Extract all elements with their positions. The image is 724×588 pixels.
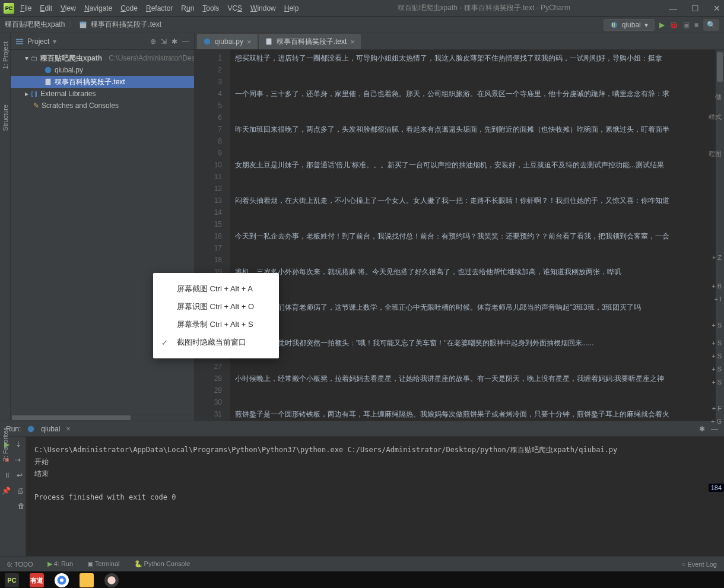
- menu-view[interactable]: View: [61, 4, 76, 12]
- menu-vcs[interactable]: VCS: [227, 4, 242, 12]
- menu-item-hide-window[interactable]: 截图时隐藏当前窗口: [153, 333, 279, 351]
- menu-item-record[interactable]: 屏幕录制 Ctrl + Alt + S: [153, 316, 279, 333]
- tree-root[interactable]: ▾ 🗀 稞百贴吧爬虫xpath C:\Users\Administrator\D…: [11, 52, 194, 64]
- pause-icon[interactable]: ⏸: [4, 471, 11, 479]
- taskbar-explorer[interactable]: [80, 573, 94, 587]
- pin-icon[interactable]: 📌: [2, 487, 11, 495]
- breadcrumb-file[interactable]: 稞事百科搞笑段子.text: [91, 20, 161, 30]
- window-title: 稞百贴吧爬虫xpath - 稞事百科搞笑段子.text - PyCharm: [299, 3, 669, 13]
- debug-button[interactable]: 🐞: [669, 21, 678, 29]
- code-content[interactable]: 想买双鞋子，进店转了一圈都没看上，可导购小姐姐太热情了，我这人脸皮薄架不住热情便…: [230, 50, 716, 421]
- expand-icon[interactable]: ▸: [25, 90, 28, 98]
- tool-eventlog[interactable]: ○ Event Log: [682, 561, 717, 568]
- tool-pyconsole[interactable]: 🐍 Python Console: [134, 560, 190, 568]
- tab-label: qiubai.py: [215, 37, 243, 46]
- collapse-all-icon[interactable]: ⇲: [161, 37, 167, 46]
- tree-external-libs[interactable]: ▸ ⫿⫿ External Libraries: [11, 88, 194, 100]
- run-to-cursor-icon[interactable]: ⇣: [15, 440, 21, 449]
- menu-tools[interactable]: Tools: [202, 4, 219, 12]
- side-tab-favorites[interactable]: 2: Favorites: [2, 421, 9, 467]
- coverage-button[interactable]: ▣: [683, 21, 690, 29]
- trash-icon[interactable]: 🗑: [18, 502, 25, 510]
- tree-scratches[interactable]: ✎ Scratches and Consoles: [11, 100, 194, 112]
- collapse-target-icon[interactable]: ⊕: [150, 37, 156, 46]
- step-icon[interactable]: ⇢: [15, 456, 21, 464]
- windows-taskbar: PC 有道: [0, 571, 724, 588]
- wrap-icon[interactable]: ↩: [17, 471, 23, 479]
- taskbar-app1[interactable]: 有道: [30, 573, 44, 587]
- menu-help[interactable]: Help: [284, 4, 299, 12]
- minimize-icon[interactable]: —: [711, 425, 718, 433]
- project-title: Project: [27, 37, 49, 46]
- tab-qiubai[interactable]: qiubai.py ×: [197, 34, 258, 49]
- tab-text-active[interactable]: 稞事百科搞笑段子.text ×: [259, 34, 361, 49]
- sidebar-scrollbar[interactable]: [12, 415, 131, 420]
- pycharm-logo: PC: [4, 3, 14, 14]
- badge-count: 184: [709, 484, 724, 492]
- menu-navigate[interactable]: Navigate: [84, 4, 112, 12]
- hide-icon[interactable]: —: [182, 37, 189, 46]
- close-icon[interactable]: ×: [350, 37, 355, 46]
- minimize-button[interactable]: —: [669, 4, 677, 13]
- svg-rect-4: [16, 41, 23, 42]
- close-button[interactable]: ✕: [713, 4, 720, 13]
- tool-run[interactable]: ▶ 4: Run: [47, 560, 73, 568]
- breadcrumb-separator: 〉: [68, 20, 75, 30]
- menu-run[interactable]: Run: [181, 4, 194, 12]
- svg-point-10: [28, 425, 34, 432]
- svg-point-13: [107, 576, 116, 584]
- run-config-label: qiubai: [622, 21, 641, 29]
- side-tab-structure[interactable]: Structure: [2, 98, 9, 137]
- gear-icon[interactable]: ✱: [699, 425, 705, 433]
- tree-item-qiubai[interactable]: qiubai.py: [11, 64, 194, 76]
- breadcrumb-root[interactable]: 稞百贴吧爬虫xpath: [5, 20, 65, 30]
- left-tool-strip: 1: Project Structure 2: Favorites: [0, 33, 11, 421]
- maximize-button[interactable]: ☐: [691, 4, 699, 13]
- menu-item-screenshot[interactable]: 屏幕截图 Ctrl + Alt + A: [153, 280, 279, 298]
- menu-window[interactable]: Window: [250, 4, 276, 12]
- taskbar-pycharm[interactable]: PC: [5, 573, 19, 587]
- menu-item-ocr[interactable]: 屏幕识图 Ctrl + Alt + O: [153, 298, 279, 316]
- svg-rect-7: [46, 79, 51, 85]
- menu-code[interactable]: Code: [120, 4, 138, 12]
- svg-rect-3: [16, 39, 23, 40]
- taskbar-chrome[interactable]: [55, 573, 69, 587]
- print-icon[interactable]: 🖨: [17, 487, 24, 495]
- chevron-down-icon: ▾: [644, 21, 648, 29]
- tree-label: qiubai.py: [55, 66, 83, 74]
- close-icon[interactable]: ×: [247, 37, 252, 46]
- menu-refactor[interactable]: Refactor: [146, 4, 173, 12]
- close-icon[interactable]: ×: [66, 425, 70, 433]
- search-button[interactable]: 🔍: [703, 19, 719, 31]
- tool-terminal[interactable]: ▣ Terminal: [87, 560, 119, 568]
- chevron-down-icon[interactable]: ▾: [53, 37, 56, 46]
- breadcrumb: 稞百贴吧爬虫xpath 〉 稞事百科搞笑段子.text: [5, 20, 161, 30]
- svg-rect-1: [80, 21, 87, 23]
- svg-rect-5: [16, 43, 23, 44]
- console-output[interactable]: C:\Users\Administrator\AppData\Local\Pro…: [26, 437, 724, 556]
- run-button[interactable]: ▶: [659, 21, 665, 29]
- stop-button[interactable]: ■: [694, 21, 698, 29]
- run-tool-window: Run: qiubai × ✱ — ▶⇣ ■⇢ ⏸↩ 📌🖨 🗑 C:\Users…: [0, 421, 724, 556]
- tree-label: Scratches and Consoles: [42, 101, 119, 110]
- project-sidebar: Project ▾ ⊕ ⇲ ✱ — ▾ 🗀 稞百贴吧爬虫xpath C:\Use…: [11, 33, 195, 421]
- editor: qiubai.py × 稞事百科搞笑段子.text × 123456789101…: [195, 33, 724, 421]
- menu-edit[interactable]: Edit: [40, 4, 52, 12]
- tool-todo[interactable]: 6: TODO: [7, 561, 33, 568]
- menu-file[interactable]: File: [20, 4, 31, 12]
- titlebar: PC File Edit View Navigate Code Refactor…: [0, 0, 724, 17]
- side-tab-project[interactable]: 1: Project: [2, 36, 9, 75]
- svg-point-12: [60, 579, 63, 582]
- editor-scrollbar[interactable]: [716, 50, 724, 421]
- taskbar-app2[interactable]: [104, 573, 119, 587]
- run-configuration-selector[interactable]: qiubai ▾: [604, 19, 655, 31]
- root-path: C:\Users\Administrator\Desk: [109, 54, 194, 62]
- svg-point-6: [45, 67, 52, 74]
- tab-label: 稞事百科搞笑段子.text: [277, 37, 347, 47]
- line-gutter: 1234567891011121314151617181920212223242…: [195, 50, 230, 421]
- navigation-bar: 稞百贴吧爬虫xpath 〉 稞事百科搞笑段子.text qiubai ▾ ▶ 🐞…: [0, 17, 724, 33]
- library-icon: ⫿⫿: [31, 90, 38, 98]
- tree-item-text-selected[interactable]: 稞事百科搞笑段子.text: [11, 76, 194, 88]
- settings-icon[interactable]: ✱: [172, 37, 177, 46]
- expand-icon[interactable]: ▾: [25, 54, 28, 62]
